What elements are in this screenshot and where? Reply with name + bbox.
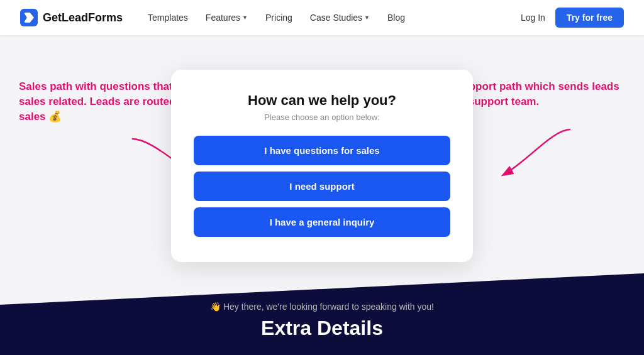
login-link[interactable]: Log In: [521, 13, 545, 23]
sales-button[interactable]: I have questions for sales: [194, 136, 450, 165]
form-subtitle: Please choose an option below:: [194, 112, 450, 122]
nav-item-pricing[interactable]: Pricing: [265, 13, 292, 23]
brand-icon-shape: [24, 13, 34, 23]
nav-item-blog[interactable]: Blog: [387, 13, 405, 23]
features-arrow-icon: ▼: [242, 14, 248, 21]
nav-links: Templates Features ▼ Pricing Case Studie…: [148, 13, 521, 23]
nav-item-features[interactable]: Features ▼: [206, 13, 248, 23]
form-card: How can we help you? Please choose an op…: [171, 70, 473, 262]
annotation-left: Sales path with questions that are sales…: [19, 79, 195, 124]
brand[interactable]: GetLeadForms: [20, 9, 123, 26]
inquiry-button[interactable]: I have a general inquiry: [194, 207, 450, 237]
bottom-title: Extra Details: [261, 317, 383, 340]
nav-item-case-studies[interactable]: Case Studies ▼: [310, 13, 370, 23]
brand-icon: [20, 9, 38, 26]
brand-name: GetLeadForms: [43, 11, 123, 25]
support-button[interactable]: I need support: [194, 172, 450, 201]
form-title: How can we help you?: [194, 92, 450, 109]
annotation-right: Support path which sends leads to suppor…: [455, 79, 625, 109]
navbar: GetLeadForms Templates Features ▼ Pricin…: [0, 0, 644, 35]
arrow-right-icon: [496, 123, 578, 186]
nav-item-templates[interactable]: Templates: [148, 13, 188, 23]
case-studies-arrow-icon: ▼: [364, 14, 370, 21]
bottom-greeting: 👋 Hey there, we're looking forward to sp…: [210, 302, 434, 312]
nav-actions: Log In Try for free: [521, 8, 624, 28]
bottom-section: 👋 Hey there, we're looking forward to sp…: [0, 286, 644, 355]
main-area: Sales path with questions that are sales…: [0, 35, 644, 355]
try-for-free-button[interactable]: Try for free: [555, 8, 624, 28]
